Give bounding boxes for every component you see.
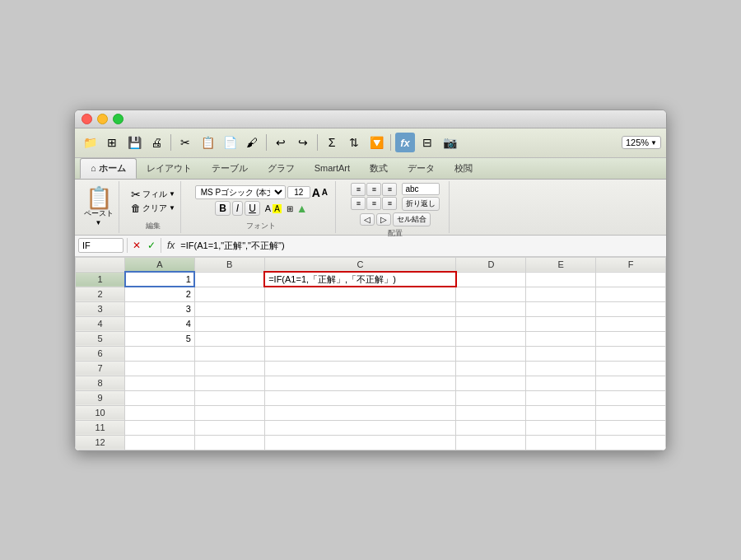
cell-b7[interactable] (194, 361, 264, 376)
grid-icon[interactable]: ⊞ (102, 133, 122, 152)
cell-c8[interactable] (264, 376, 456, 390)
paste-dropdown[interactable]: ▼ (96, 219, 102, 226)
row-header-11[interactable]: 11 (76, 420, 125, 435)
align-top-left[interactable]: ≡ (351, 183, 366, 196)
row-header-1[interactable]: 1 (76, 272, 125, 287)
cell-d1[interactable] (456, 272, 526, 287)
cell-e10[interactable] (526, 405, 596, 420)
cell-b5[interactable] (194, 331, 264, 346)
cell-a8[interactable] (125, 376, 195, 390)
cell-f7[interactable] (596, 361, 666, 376)
col-header-d[interactable]: D (456, 257, 526, 272)
minimize-button[interactable] (97, 114, 108, 124)
undo-icon[interactable]: ↩ (271, 133, 291, 152)
align-mid-center[interactable]: ≡ (366, 197, 381, 210)
cell-e6[interactable] (526, 346, 596, 361)
new-icon[interactable]: 📁 (80, 133, 100, 152)
cell-d10[interactable] (456, 405, 526, 420)
cell-b11[interactable] (194, 420, 264, 435)
confirm-formula-icon[interactable]: ✓ (146, 240, 157, 251)
cell-d7[interactable] (456, 361, 526, 376)
maximize-button[interactable] (113, 114, 124, 124)
cell-f12[interactable] (596, 435, 666, 450)
cell-c4[interactable] (264, 316, 456, 331)
cell-a5[interactable]: 5 (125, 331, 195, 346)
cell-a12[interactable] (125, 435, 195, 450)
redo-icon[interactable]: ↪ (293, 133, 313, 152)
cell-c11[interactable] (264, 420, 456, 435)
formula-input[interactable] (180, 240, 663, 250)
paste-button[interactable]: 📋 ペースト ▼ (84, 187, 114, 226)
save-icon[interactable]: 💾 (124, 133, 144, 152)
font-name-select[interactable]: MS Pゴシック (本文) (195, 185, 286, 199)
sum-icon[interactable]: Σ (322, 133, 342, 152)
tab-review[interactable]: 校閲 (445, 158, 482, 179)
col-header-b[interactable]: B (194, 257, 264, 272)
underline-button[interactable]: U (245, 201, 260, 216)
cell-b1[interactable] (194, 272, 264, 287)
row-header-12[interactable]: 12 (76, 435, 125, 450)
clear-dropdown[interactable]: ▼ (169, 204, 175, 212)
formula-fx-icon[interactable]: fx (395, 133, 415, 152)
table-icon[interactable]: ⊟ (417, 133, 437, 152)
zoom-dropdown-icon[interactable]: ▼ (650, 139, 657, 147)
row-header-5[interactable]: 5 (76, 331, 125, 346)
tab-data[interactable]: データ (398, 158, 445, 179)
cell-b8[interactable] (194, 376, 264, 390)
cell-e9[interactable] (526, 390, 596, 405)
cell-e4[interactable] (526, 316, 596, 331)
tab-formula[interactable]: 数式 (360, 158, 398, 179)
cancel-formula-icon[interactable]: ✕ (131, 240, 142, 251)
cell-b4[interactable] (194, 316, 264, 331)
cell-a7[interactable] (125, 361, 195, 376)
row-header-8[interactable]: 8 (76, 376, 125, 390)
font-size-input[interactable] (287, 186, 310, 198)
cell-e1[interactable] (526, 272, 596, 287)
cut-icon[interactable]: ✂ (175, 133, 195, 152)
cell-f6[interactable] (596, 346, 666, 361)
cell-a4[interactable]: 4 (125, 316, 195, 331)
cell-d2[interactable] (456, 287, 526, 301)
close-button[interactable] (82, 114, 92, 124)
cell-f10[interactable] (596, 405, 666, 420)
cell-d5[interactable] (456, 331, 526, 346)
cell-d6[interactable] (456, 346, 526, 361)
print-icon[interactable]: 🖨 (147, 133, 166, 152)
cell-c7[interactable] (264, 361, 456, 376)
tab-chart[interactable]: グラフ (258, 158, 305, 179)
cell-a9[interactable] (125, 390, 195, 405)
cell-e5[interactable] (526, 331, 596, 346)
cell-f2[interactable] (596, 287, 666, 301)
cell-a1[interactable]: 1 (125, 272, 195, 287)
cell-b12[interactable] (194, 435, 264, 450)
cell-d9[interactable] (456, 390, 526, 405)
cell-a6[interactable] (125, 346, 195, 361)
cell-c3[interactable] (264, 301, 456, 316)
cell-c12[interactable] (264, 435, 456, 450)
cell-d4[interactable] (456, 316, 526, 331)
cell-b6[interactable] (194, 346, 264, 361)
align-mid-left[interactable]: ≡ (351, 197, 366, 210)
tab-home[interactable]: ⌂ ホーム (80, 158, 137, 179)
cell-e7[interactable] (526, 361, 596, 376)
col-header-f[interactable]: F (596, 257, 666, 272)
cell-f9[interactable] (596, 390, 666, 405)
copy-icon[interactable]: 📋 (198, 133, 217, 152)
wrap-button[interactable]: 折り返し (402, 197, 440, 211)
cell-a3[interactable]: 3 (125, 301, 195, 316)
paint-icon[interactable]: 🖌 (242, 133, 262, 152)
tab-table[interactable]: テーブル (202, 158, 258, 179)
col-header-c[interactable]: C (264, 257, 456, 272)
indent-increase[interactable]: ▷ (376, 213, 391, 226)
cell-b3[interactable] (194, 301, 264, 316)
align-top-right[interactable]: ≡ (382, 183, 397, 196)
cell-f4[interactable] (596, 316, 666, 331)
camera-icon[interactable]: 📷 (440, 133, 459, 152)
bold-button[interactable]: B (215, 201, 231, 216)
row-header-3[interactable]: 3 (76, 301, 125, 316)
cell-b2[interactable] (194, 287, 264, 301)
align-top-center[interactable]: ≡ (366, 183, 381, 196)
row-header-4[interactable]: 4 (76, 316, 125, 331)
cell-f5[interactable] (596, 331, 666, 346)
cell-c9[interactable] (264, 390, 456, 405)
